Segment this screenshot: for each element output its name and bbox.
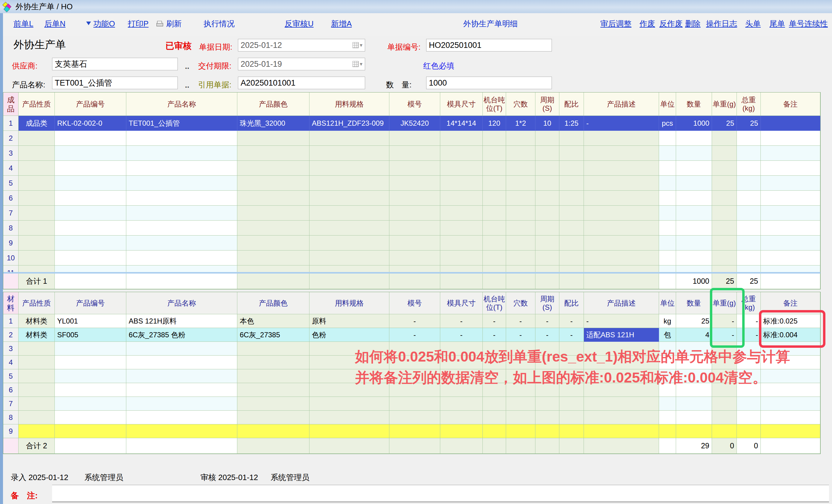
grid-cell[interactable] — [737, 397, 761, 410]
grid-cell[interactable] — [309, 220, 389, 236]
grid-cell[interactable] — [440, 265, 483, 272]
ref-no-field[interactable]: A20250101001 — [238, 77, 365, 89]
grid-cell[interactable] — [126, 369, 237, 383]
grid-cell[interactable] — [737, 131, 761, 146]
grid-cell[interactable] — [126, 424, 237, 438]
grid-cell[interactable] — [19, 191, 55, 206]
grid-cell[interactable] — [737, 236, 761, 250]
grid-cell[interactable] — [676, 250, 712, 265]
grid-cell[interactable]: - — [440, 314, 483, 328]
row-number[interactable]: 9 — [3, 236, 19, 250]
grid-cell[interactable] — [55, 424, 126, 438]
grid-cell[interactable] — [126, 410, 237, 424]
grid-cell[interactable] — [126, 265, 237, 272]
grid-cell[interactable] — [389, 265, 440, 272]
toolbar-item-left-3[interactable]: 打印P — [128, 19, 149, 29]
grid-cell[interactable]: 材料类 — [19, 314, 55, 328]
column-header-4[interactable]: 用料规格 — [309, 92, 389, 116]
grid-cell[interactable] — [483, 176, 506, 191]
grid-cell[interactable] — [676, 161, 712, 176]
grid-cell[interactable] — [712, 191, 737, 206]
grid-cell[interactable]: 适配ABS 121H — [584, 328, 659, 342]
grid-cell[interactable] — [659, 220, 676, 236]
row-number[interactable]: 5 — [3, 369, 19, 383]
grid-cell[interactable] — [676, 410, 712, 424]
column-header-2[interactable]: 产品名称 — [126, 292, 237, 314]
grid-cell[interactable] — [19, 355, 55, 369]
column-header-8[interactable]: 穴数 — [506, 292, 536, 314]
grid-cell[interactable] — [737, 265, 761, 272]
row-number[interactable]: 7 — [3, 206, 19, 220]
toolbar-item-right-0[interactable]: 审后调整 — [600, 19, 631, 29]
grid-cell[interactable] — [659, 176, 676, 191]
grid-cell[interactable] — [712, 424, 737, 438]
grid-cell[interactable] — [761, 191, 820, 206]
column-header-13[interactable]: 数量 — [676, 92, 712, 116]
grid-cell[interactable]: 120 — [483, 116, 506, 131]
grid-cell[interactable] — [506, 410, 536, 424]
grid-cell[interactable] — [126, 131, 237, 146]
grid-cell[interactable]: 包 — [659, 328, 676, 342]
grid-cell[interactable] — [237, 191, 309, 206]
grid-cell[interactable] — [440, 191, 483, 206]
grid-cell[interactable] — [560, 265, 584, 272]
grid-cell[interactable] — [389, 424, 440, 438]
grid-cell[interactable] — [237, 369, 309, 383]
grid-cell[interactable] — [560, 146, 584, 161]
grid-cell[interactable] — [237, 265, 309, 272]
column-header-9[interactable]: 周期(S) — [536, 292, 560, 314]
grid-cell[interactable] — [712, 410, 737, 424]
grid-cell[interactable] — [55, 161, 126, 176]
supplier-field[interactable]: 支英基石 — [52, 58, 178, 70]
column-header-10[interactable]: 配比 — [560, 292, 584, 314]
grid-cell[interactable] — [19, 146, 55, 161]
grid-cell[interactable] — [55, 265, 126, 272]
grid-cell[interactable] — [483, 265, 506, 272]
grid-cell[interactable] — [309, 206, 389, 220]
grid-cell[interactable]: - — [584, 314, 659, 328]
grid-cell[interactable] — [237, 355, 309, 369]
grid-cell[interactable] — [389, 397, 440, 410]
column-header-7[interactable]: 机台吨位(T) — [483, 92, 506, 116]
grid-cell[interactable] — [237, 397, 309, 410]
grid-cell[interactable] — [55, 146, 126, 161]
grid-cell[interactable] — [712, 250, 737, 265]
grid-cell[interactable] — [584, 250, 659, 265]
grid-cell[interactable] — [19, 250, 55, 265]
grid-cell[interactable] — [659, 265, 676, 272]
grid-cell[interactable] — [237, 176, 309, 191]
grid-cell[interactable] — [676, 206, 712, 220]
grid-cell[interactable]: 成品类 — [19, 116, 55, 131]
grid-cell[interactable]: 6C灰_27385 色粉 — [126, 328, 237, 342]
grid-cell[interactable] — [506, 206, 536, 220]
grid-cell[interactable]: 1:25 — [560, 116, 584, 131]
grid-cell[interactable] — [506, 397, 536, 410]
column-header-7[interactable]: 机台吨位(T) — [483, 292, 506, 314]
grid-cell[interactable] — [676, 220, 712, 236]
grid-cell[interactable] — [536, 250, 560, 265]
grid-cell[interactable]: 色粉 — [309, 328, 389, 342]
grid-cell[interactable] — [712, 236, 737, 250]
grid-cell[interactable]: 6C灰_27385 — [237, 328, 309, 342]
grid-cell[interactable] — [560, 176, 584, 191]
grid-cell[interactable] — [560, 236, 584, 250]
grid-cell[interactable] — [761, 397, 820, 410]
column-header-13[interactable]: 数量 — [676, 292, 712, 314]
grid-cell[interactable] — [126, 236, 237, 250]
grid-cell[interactable] — [536, 236, 560, 250]
grid-cell[interactable] — [659, 236, 676, 250]
grid-cell[interactable] — [483, 250, 506, 265]
grid-cell[interactable]: ABS121H_ZDF23-009 — [309, 116, 389, 131]
grid-cell[interactable] — [483, 397, 506, 410]
grid-cell[interactable] — [19, 236, 55, 250]
grid-cell[interactable]: - — [506, 314, 536, 328]
grid-cell[interactable]: ABS 121H原料 — [126, 314, 237, 328]
grid-cell[interactable] — [659, 191, 676, 206]
column-header-6[interactable]: 模具尺寸 — [440, 292, 483, 314]
grid-cell[interactable] — [19, 397, 55, 410]
grid-cell[interactable] — [55, 250, 126, 265]
grid-cell[interactable] — [126, 220, 237, 236]
grid-cell[interactable]: 25 — [712, 116, 737, 131]
grid-cell[interactable] — [584, 161, 659, 176]
grid-cell[interactable] — [761, 383, 820, 397]
